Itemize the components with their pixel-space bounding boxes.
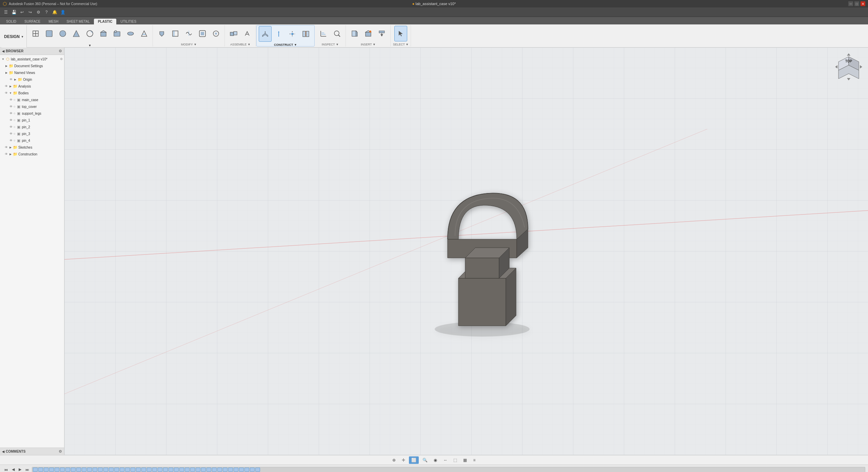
timeline-step[interactable] [250,468,255,472]
view-appearance-button[interactable]: ⬚ [451,456,459,464]
browser-item-bodies[interactable]: 👁 ▼ 📁 Bodies [0,90,64,96]
comments-settings-button[interactable]: ⚙ [59,449,62,454]
browser-item-root[interactable]: ▼ ⬡ lab_assistant_case v10* ⚙ [0,56,64,62]
assemble-btn-1[interactable] [227,26,240,41]
timeline-step[interactable] [125,468,130,472]
notification-button[interactable]: 🔔 [51,8,58,16]
timeline-step[interactable] [169,468,173,472]
create-btn-6[interactable] [97,26,110,41]
bodies-visibility-icon[interactable]: 👁 [5,91,8,95]
construct-btn-2[interactable] [272,26,285,42]
timeline-step[interactable] [93,468,97,472]
inspect-btn-1[interactable] [317,26,330,41]
timeline-step[interactable] [141,468,146,472]
browser-item-support-legs[interactable]: 👁 ○ ▣ support_legs [0,110,64,117]
timeline-step[interactable] [103,468,108,472]
timeline-step[interactable] [223,468,228,472]
analysis-visibility-icon[interactable]: 👁 [5,84,8,88]
create-btn-7[interactable] [111,26,123,41]
app-menu-button[interactable]: ☰ [2,8,9,16]
construct-btn-1[interactable] [259,26,272,42]
tab-plastic[interactable]: PLASTIC [94,19,117,24]
modify-btn-3[interactable] [182,26,195,41]
browser-item-pin-3[interactable]: 👁 ○ ▣ pin_3 [0,130,64,137]
tab-utilities[interactable]: UTILITIES [116,19,140,24]
support-legs-eye-icon[interactable]: 👁 [9,112,13,115]
close-button[interactable]: ✕ [861,1,865,6]
timeline-step[interactable] [163,468,168,472]
timeline-step[interactable] [109,468,114,472]
timeline-step[interactable] [44,468,48,472]
construct-btn-4[interactable] [299,26,312,42]
timeline-step[interactable] [152,468,157,472]
main-case-eye-icon[interactable]: 👁 [9,98,13,101]
timeline-step[interactable] [120,468,124,472]
timeline-step[interactable] [179,468,184,472]
pin4-eye-icon[interactable]: 👁 [9,139,13,142]
timeline-prev-button[interactable]: ◀ [11,466,16,472]
timeline-step[interactable] [33,468,38,472]
create-btn-4[interactable] [70,26,83,41]
timeline-step[interactable] [190,468,195,472]
timeline-start-button[interactable]: ⏮ [3,466,9,472]
pin3-eye-icon[interactable]: 👁 [9,132,13,135]
tab-sheet-metal[interactable]: SHEET METAL [62,19,94,24]
redo-button[interactable]: ↪ [26,8,34,16]
navigation-cube[interactable]: TOP [833,52,864,82]
timeline-step[interactable] [136,468,141,472]
modify-btn-4[interactable] [196,26,209,41]
maximize-button[interactable]: □ [854,1,859,6]
timeline-step[interactable] [60,468,65,472]
create-btn-8[interactable] [124,26,137,41]
view-environment-button[interactable]: ≡ [471,456,478,464]
viewport[interactable]: TOP [64,48,868,455]
inspect-btn-2[interactable] [331,26,343,41]
browser-item-pin-1[interactable]: 👁 ○ ▣ pin_1 [0,117,64,124]
timeline-end-button[interactable]: ⏭ [24,466,31,472]
timeline-step[interactable] [158,468,162,472]
assemble-btn-2[interactable] [241,26,254,41]
top-cover-eye-icon[interactable]: 👁 [9,105,13,108]
view-pan-button[interactable]: ✛ [399,456,408,464]
select-btn-1[interactable] [394,26,407,41]
insert-btn-2[interactable] [362,26,375,41]
timeline-step[interactable] [87,468,92,472]
construct-btn-3[interactable] [286,26,299,42]
timeline-step[interactable] [234,468,238,472]
view-orbit-button[interactable]: ⊕ [390,456,398,464]
timeline-step[interactable] [212,468,217,472]
create-btn-3[interactable] [56,26,69,41]
timeline-step[interactable] [65,468,70,472]
design-dropdown[interactable]: DESIGN ▼ [1,25,27,48]
timeline-step[interactable] [196,468,200,472]
tab-solid[interactable]: SOLID [2,19,20,24]
modify-btn-2[interactable] [169,26,182,41]
insert-btn-3[interactable] [375,26,388,41]
browser-settings-button[interactable]: ⚙ [59,49,62,53]
timeline-step[interactable] [255,468,260,472]
timeline-play-button[interactable]: ▶ [17,466,23,472]
tab-surface[interactable]: SURFACE [20,19,44,24]
timeline-step[interactable] [82,468,86,472]
timeline-step[interactable] [49,468,54,472]
timeline-track[interactable] [32,467,865,472]
timeline-step[interactable] [174,468,179,472]
timeline-step[interactable] [131,468,135,472]
modify-btn-1[interactable] [155,26,168,41]
view-zoom-button[interactable]: 🔍 [420,456,430,464]
sketches-visibility-icon[interactable]: 👁 [5,146,8,149]
save-button[interactable]: 💾 [10,8,18,16]
modify-btn-5[interactable] [210,26,222,41]
settings-button[interactable]: ⚙ [35,8,42,16]
timeline-step[interactable] [76,468,81,472]
browser-item-doc-settings[interactable]: ▶ 📁 Document Settings [0,62,64,69]
account-button[interactable]: 👤 [59,8,66,16]
browser-item-sketches[interactable]: 👁 ▶ 📁 Sketches [0,144,64,151]
minimize-button[interactable]: ─ [848,1,853,6]
view-mode-button[interactable]: ⬜ [409,456,419,464]
timeline-step[interactable] [201,468,206,472]
create-btn-1[interactable] [29,26,42,41]
view-fit-button[interactable]: ◉ [431,456,439,464]
view-camera-button[interactable]: ↔ [441,456,450,464]
timeline-step[interactable] [228,468,233,472]
